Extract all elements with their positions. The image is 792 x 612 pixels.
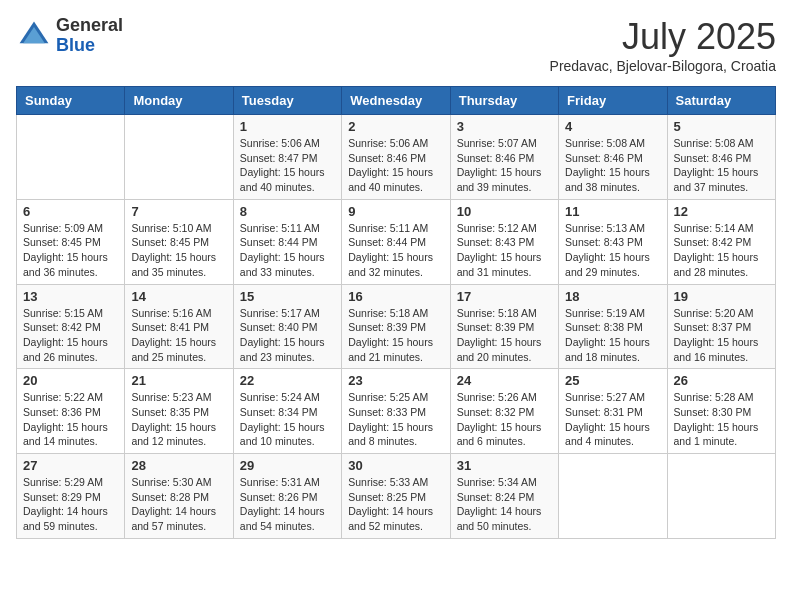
calendar-cell: 8Sunrise: 5:11 AM Sunset: 8:44 PM Daylig… (233, 199, 341, 284)
day-detail: Sunrise: 5:07 AM Sunset: 8:46 PM Dayligh… (457, 136, 552, 195)
day-detail: Sunrise: 5:08 AM Sunset: 8:46 PM Dayligh… (674, 136, 769, 195)
calendar-cell: 3Sunrise: 5:07 AM Sunset: 8:46 PM Daylig… (450, 115, 558, 200)
day-detail: Sunrise: 5:14 AM Sunset: 8:42 PM Dayligh… (674, 221, 769, 280)
calendar-row: 6Sunrise: 5:09 AM Sunset: 8:45 PM Daylig… (17, 199, 776, 284)
day-number: 17 (457, 289, 552, 304)
weekday-header: Sunday (17, 87, 125, 115)
day-detail: Sunrise: 5:25 AM Sunset: 8:33 PM Dayligh… (348, 390, 443, 449)
calendar-cell: 12Sunrise: 5:14 AM Sunset: 8:42 PM Dayli… (667, 199, 775, 284)
day-detail: Sunrise: 5:11 AM Sunset: 8:44 PM Dayligh… (348, 221, 443, 280)
day-detail: Sunrise: 5:28 AM Sunset: 8:30 PM Dayligh… (674, 390, 769, 449)
title-block: July 2025 Predavac, Bjelovar-Bilogora, C… (550, 16, 776, 74)
calendar-cell (559, 454, 667, 539)
calendar-cell: 21Sunrise: 5:23 AM Sunset: 8:35 PM Dayli… (125, 369, 233, 454)
calendar-cell: 14Sunrise: 5:16 AM Sunset: 8:41 PM Dayli… (125, 284, 233, 369)
calendar-row: 13Sunrise: 5:15 AM Sunset: 8:42 PM Dayli… (17, 284, 776, 369)
calendar-cell: 27Sunrise: 5:29 AM Sunset: 8:29 PM Dayli… (17, 454, 125, 539)
weekday-header: Wednesday (342, 87, 450, 115)
day-detail: Sunrise: 5:24 AM Sunset: 8:34 PM Dayligh… (240, 390, 335, 449)
calendar-cell: 20Sunrise: 5:22 AM Sunset: 8:36 PM Dayli… (17, 369, 125, 454)
weekday-header-row: SundayMondayTuesdayWednesdayThursdayFrid… (17, 87, 776, 115)
calendar-cell: 23Sunrise: 5:25 AM Sunset: 8:33 PM Dayli… (342, 369, 450, 454)
calendar-cell: 13Sunrise: 5:15 AM Sunset: 8:42 PM Dayli… (17, 284, 125, 369)
logo-icon (16, 18, 52, 54)
weekday-header: Friday (559, 87, 667, 115)
day-number: 11 (565, 204, 660, 219)
calendar-cell (125, 115, 233, 200)
day-detail: Sunrise: 5:06 AM Sunset: 8:47 PM Dayligh… (240, 136, 335, 195)
calendar-cell: 19Sunrise: 5:20 AM Sunset: 8:37 PM Dayli… (667, 284, 775, 369)
day-number: 31 (457, 458, 552, 473)
calendar-row: 20Sunrise: 5:22 AM Sunset: 8:36 PM Dayli… (17, 369, 776, 454)
day-number: 9 (348, 204, 443, 219)
day-detail: Sunrise: 5:18 AM Sunset: 8:39 PM Dayligh… (457, 306, 552, 365)
day-detail: Sunrise: 5:30 AM Sunset: 8:28 PM Dayligh… (131, 475, 226, 534)
day-detail: Sunrise: 5:15 AM Sunset: 8:42 PM Dayligh… (23, 306, 118, 365)
calendar-row: 1Sunrise: 5:06 AM Sunset: 8:47 PM Daylig… (17, 115, 776, 200)
calendar-cell: 15Sunrise: 5:17 AM Sunset: 8:40 PM Dayli… (233, 284, 341, 369)
day-detail: Sunrise: 5:20 AM Sunset: 8:37 PM Dayligh… (674, 306, 769, 365)
day-detail: Sunrise: 5:09 AM Sunset: 8:45 PM Dayligh… (23, 221, 118, 280)
location: Predavac, Bjelovar-Bilogora, Croatia (550, 58, 776, 74)
day-number: 15 (240, 289, 335, 304)
day-number: 5 (674, 119, 769, 134)
day-number: 23 (348, 373, 443, 388)
logo-text: General Blue (56, 16, 123, 56)
day-number: 20 (23, 373, 118, 388)
calendar-cell: 6Sunrise: 5:09 AM Sunset: 8:45 PM Daylig… (17, 199, 125, 284)
day-number: 8 (240, 204, 335, 219)
day-number: 16 (348, 289, 443, 304)
day-number: 25 (565, 373, 660, 388)
day-detail: Sunrise: 5:11 AM Sunset: 8:44 PM Dayligh… (240, 221, 335, 280)
day-number: 26 (674, 373, 769, 388)
calendar-cell: 1Sunrise: 5:06 AM Sunset: 8:47 PM Daylig… (233, 115, 341, 200)
calendar-cell: 28Sunrise: 5:30 AM Sunset: 8:28 PM Dayli… (125, 454, 233, 539)
day-number: 1 (240, 119, 335, 134)
day-detail: Sunrise: 5:13 AM Sunset: 8:43 PM Dayligh… (565, 221, 660, 280)
day-number: 30 (348, 458, 443, 473)
calendar-cell: 22Sunrise: 5:24 AM Sunset: 8:34 PM Dayli… (233, 369, 341, 454)
weekday-header: Monday (125, 87, 233, 115)
calendar-cell: 5Sunrise: 5:08 AM Sunset: 8:46 PM Daylig… (667, 115, 775, 200)
calendar-cell (17, 115, 125, 200)
day-detail: Sunrise: 5:22 AM Sunset: 8:36 PM Dayligh… (23, 390, 118, 449)
day-number: 10 (457, 204, 552, 219)
day-detail: Sunrise: 5:26 AM Sunset: 8:32 PM Dayligh… (457, 390, 552, 449)
calendar-cell (667, 454, 775, 539)
day-number: 19 (674, 289, 769, 304)
weekday-header: Thursday (450, 87, 558, 115)
calendar-table: SundayMondayTuesdayWednesdayThursdayFrid… (16, 86, 776, 539)
day-number: 14 (131, 289, 226, 304)
calendar-cell: 17Sunrise: 5:18 AM Sunset: 8:39 PM Dayli… (450, 284, 558, 369)
day-detail: Sunrise: 5:27 AM Sunset: 8:31 PM Dayligh… (565, 390, 660, 449)
logo: General Blue (16, 16, 123, 56)
calendar-cell: 4Sunrise: 5:08 AM Sunset: 8:46 PM Daylig… (559, 115, 667, 200)
calendar-cell: 26Sunrise: 5:28 AM Sunset: 8:30 PM Dayli… (667, 369, 775, 454)
day-number: 4 (565, 119, 660, 134)
calendar-cell: 10Sunrise: 5:12 AM Sunset: 8:43 PM Dayli… (450, 199, 558, 284)
day-detail: Sunrise: 5:16 AM Sunset: 8:41 PM Dayligh… (131, 306, 226, 365)
calendar-cell: 2Sunrise: 5:06 AM Sunset: 8:46 PM Daylig… (342, 115, 450, 200)
day-detail: Sunrise: 5:12 AM Sunset: 8:43 PM Dayligh… (457, 221, 552, 280)
day-number: 22 (240, 373, 335, 388)
day-number: 13 (23, 289, 118, 304)
calendar-cell: 31Sunrise: 5:34 AM Sunset: 8:24 PM Dayli… (450, 454, 558, 539)
calendar-cell: 11Sunrise: 5:13 AM Sunset: 8:43 PM Dayli… (559, 199, 667, 284)
calendar-row: 27Sunrise: 5:29 AM Sunset: 8:29 PM Dayli… (17, 454, 776, 539)
day-number: 21 (131, 373, 226, 388)
day-number: 6 (23, 204, 118, 219)
day-number: 27 (23, 458, 118, 473)
day-detail: Sunrise: 5:31 AM Sunset: 8:26 PM Dayligh… (240, 475, 335, 534)
day-detail: Sunrise: 5:23 AM Sunset: 8:35 PM Dayligh… (131, 390, 226, 449)
calendar-cell: 25Sunrise: 5:27 AM Sunset: 8:31 PM Dayli… (559, 369, 667, 454)
day-detail: Sunrise: 5:34 AM Sunset: 8:24 PM Dayligh… (457, 475, 552, 534)
day-detail: Sunrise: 5:19 AM Sunset: 8:38 PM Dayligh… (565, 306, 660, 365)
calendar-cell: 16Sunrise: 5:18 AM Sunset: 8:39 PM Dayli… (342, 284, 450, 369)
calendar-cell: 24Sunrise: 5:26 AM Sunset: 8:32 PM Dayli… (450, 369, 558, 454)
weekday-header: Tuesday (233, 87, 341, 115)
page-header: General Blue July 2025 Predavac, Bjelova… (16, 16, 776, 74)
calendar-cell: 18Sunrise: 5:19 AM Sunset: 8:38 PM Dayli… (559, 284, 667, 369)
day-number: 24 (457, 373, 552, 388)
day-detail: Sunrise: 5:06 AM Sunset: 8:46 PM Dayligh… (348, 136, 443, 195)
day-number: 29 (240, 458, 335, 473)
